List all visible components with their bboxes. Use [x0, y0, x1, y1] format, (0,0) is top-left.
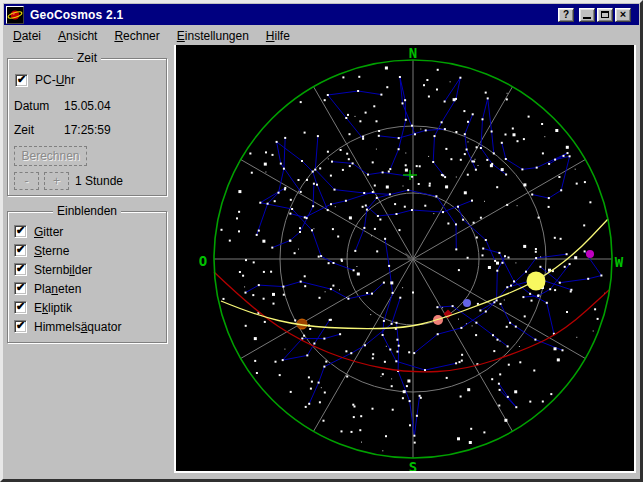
datum-row: Datum 15.05.04 [14, 99, 111, 113]
check-icon: ✔ [16, 300, 25, 313]
datum-label: Datum [14, 99, 64, 113]
check-icon: ✔ [16, 224, 25, 237]
step-plus-button[interactable]: + [44, 172, 69, 190]
himmelsaequator-checkbox[interactable]: ✔ [14, 320, 27, 333]
berechnen-button[interactable]: Berechnen [14, 146, 87, 166]
gitter-row: ✔ Gitter [14, 225, 166, 238]
himmelsaequator-row: ✔ Himmelsäquator [14, 320, 166, 333]
planeten-label: Planeten [34, 282, 81, 296]
planeten-row: ✔ Planeten [14, 282, 166, 295]
einblenden-groupbox: Einblenden ✔ Gitter ✔ Sterne ✔ Sternbild… [7, 211, 167, 343]
minimize-button[interactable] [579, 8, 595, 22]
blue-planet [463, 299, 471, 307]
magenta-planet [586, 250, 594, 258]
check-icon: ✔ [16, 262, 25, 275]
compass-label-s: S [409, 459, 417, 471]
ekliptik-checkbox[interactable]: ✔ [14, 301, 27, 314]
window-title: GeoCosmos 2.1 [30, 8, 558, 22]
check-icon: ✔ [17, 73, 26, 86]
map-area: NSOW [174, 45, 643, 477]
close-icon: × [620, 9, 626, 20]
menu-datei[interactable]: Datei [7, 28, 47, 44]
step-minus-button[interactable]: - [14, 172, 39, 190]
menu-einstellungen[interactable]: Einstellungen [171, 28, 255, 44]
gitter-label: Gitter [34, 225, 63, 239]
check-icon: ✔ [16, 243, 25, 256]
planeten-checkbox[interactable]: ✔ [14, 282, 27, 295]
compass-label-n: N [409, 45, 417, 61]
step-unit-label: 1 Stunde [75, 174, 123, 188]
sterne-row: ✔ Sterne [14, 244, 166, 257]
check-icon: ✔ [16, 319, 25, 332]
menu-rechner[interactable]: Rechner [108, 28, 165, 44]
gitter-checkbox[interactable]: ✔ [14, 225, 27, 238]
sky-map-frame: NSOW [174, 45, 636, 473]
title-bar[interactable]: GeoCosmos 2.1 ? × [4, 4, 639, 25]
ekliptik-row: ✔ Ekliptik [14, 301, 166, 314]
pc-uhr-label: PC-Uhr [35, 73, 75, 87]
zeit-value: 17:25:59 [64, 123, 111, 137]
menu-ansicht[interactable]: Ansicht [52, 28, 103, 44]
control-panel: Zeit ✔ PC-Uhr Datum 15.05.04 Zeit 17:25:… [4, 45, 174, 477]
menu-bar: Datei Ansicht Rechner Einstellungen Hilf… [4, 25, 639, 45]
compass-label-o: O [199, 253, 207, 269]
check-icon: ✔ [16, 281, 25, 294]
pc-uhr-row: ✔ PC-Uhr [15, 73, 75, 87]
zeit-groupbox: Zeit ✔ PC-Uhr Datum 15.05.04 Zeit 17:25:… [7, 58, 167, 196]
einblenden-group-title: Einblenden [53, 204, 121, 218]
help-button[interactable]: ? [558, 8, 574, 22]
himmelsaequator-label: Himmelsäquator [34, 320, 121, 334]
saturn-planet-icon [6, 6, 24, 24]
sternbilder-checkbox[interactable]: ✔ [14, 263, 27, 276]
question-icon: ? [563, 10, 569, 20]
sun [527, 272, 546, 291]
compass-label-w: W [615, 254, 624, 270]
maximize-button[interactable] [597, 8, 613, 22]
datum-value: 15.05.04 [64, 99, 111, 113]
zeit-row: Zeit 17:25:59 [14, 123, 111, 137]
maximize-icon [601, 11, 609, 18]
sky-map[interactable]: NSOW [176, 45, 634, 471]
sternbilder-label: Sternbilder [34, 263, 92, 277]
app-window: GeoCosmos 2.1 ? × Datei Ansicht Rechner … [0, 0, 643, 482]
close-button[interactable]: × [615, 8, 631, 22]
sterne-label: Sterne [34, 244, 69, 258]
pc-uhr-checkbox[interactable]: ✔ [15, 74, 28, 87]
zeit-group-title: Zeit [73, 51, 101, 65]
menu-hilfe[interactable]: Hilfe [260, 28, 296, 44]
sterne-checkbox[interactable]: ✔ [14, 244, 27, 257]
sternbilder-row: ✔ Sternbilder [14, 263, 166, 276]
zeit-label: Zeit [14, 123, 64, 137]
ekliptik-label: Ekliptik [34, 301, 72, 315]
minimize-icon [583, 17, 591, 19]
